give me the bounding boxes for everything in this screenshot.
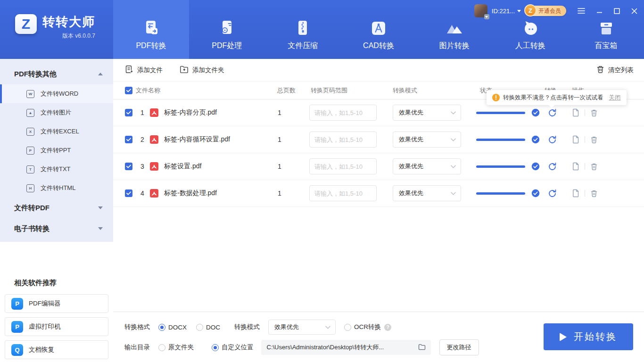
- sidebar-sections: PDF转换其他 W 文件转WORD ▲ 文件转图片 X 文件转EXCEL P 文…: [0, 59, 113, 242]
- folder-icon: [418, 344, 426, 352]
- sidebar-item-to-txt[interactable]: T 文件转TXT: [0, 160, 113, 179]
- row-checkbox[interactable]: [125, 109, 132, 116]
- vip-upgrade-badge[interactable]: Z 开通会员: [526, 6, 566, 16]
- page-range-input[interactable]: [309, 158, 377, 174]
- help-icon[interactable]: [384, 324, 391, 331]
- delete-icon[interactable]: [590, 136, 598, 144]
- col-convert-mode: 转换模式: [393, 86, 476, 95]
- convert-mode-select[interactable]: 效果优先: [393, 105, 461, 121]
- recommend-pdf-editor[interactable]: P PDF编辑器: [5, 294, 108, 313]
- mode-label: 转换模式: [234, 323, 260, 331]
- menu-icon[interactable]: [578, 8, 585, 14]
- delete-icon[interactable]: [590, 189, 598, 197]
- nav-tab-label: 人工转换: [515, 41, 545, 51]
- file-name: 标签-数据处理.pdf: [164, 189, 276, 197]
- page-count: 1: [276, 189, 309, 197]
- maximize-icon[interactable]: [614, 8, 620, 14]
- user-dropdown-caret-icon[interactable]: [517, 10, 521, 14]
- close-icon[interactable]: [631, 8, 637, 14]
- sidebar-section-ebook-convert[interactable]: 电子书转换: [0, 218, 113, 239]
- add-file-button[interactable]: 添加文件: [125, 65, 163, 75]
- image-convert-icon: [444, 18, 465, 39]
- add-folder-button[interactable]: 添加文件夹: [180, 66, 224, 75]
- open-file-icon[interactable]: [572, 162, 579, 171]
- sidebar-item-to-excel[interactable]: X 文件转EXCEL: [0, 122, 113, 141]
- sidebar-section-file-to-pdf[interactable]: 文件转PDF: [0, 197, 113, 218]
- delete-icon[interactable]: [590, 163, 598, 171]
- user-id[interactable]: ID:221...: [492, 8, 515, 15]
- excel-doc-icon: X: [26, 128, 34, 136]
- tooltip-close-link[interactable]: 关闭: [609, 94, 621, 102]
- open-file-icon[interactable]: [572, 189, 579, 197]
- page-range-input[interactable]: [309, 185, 377, 201]
- retry-refresh-icon[interactable]: [548, 189, 557, 198]
- sidebar-item-to-word[interactable]: W 文件转WORD: [0, 84, 113, 103]
- delete-icon[interactable]: [590, 109, 598, 117]
- radio-label: 原文件夹: [168, 343, 194, 352]
- format-radio-doc[interactable]: DOC: [196, 324, 220, 331]
- select-all-checkbox[interactable]: [125, 87, 132, 94]
- clear-list-button[interactable]: 清空列表: [596, 65, 634, 75]
- recommend-virtual-printer[interactable]: P 虚拟打印机: [5, 317, 108, 336]
- bottom-mode-select[interactable]: 效果优先: [268, 320, 336, 335]
- html-doc-icon: H: [26, 184, 34, 192]
- app-logo: Z 转转大师 版本 v6.0.0.7: [0, 0, 113, 59]
- row-checkbox[interactable]: [125, 189, 132, 197]
- trash-icon: [596, 65, 604, 75]
- sidebar-item-label: 文件转EXCEL: [41, 127, 79, 136]
- play-icon: [560, 333, 567, 341]
- sidebar-item-to-image[interactable]: ▲ 文件转图片: [0, 103, 113, 122]
- recommend-label: 虚拟打印机: [29, 322, 61, 331]
- sidebar-item-label: 文件转图片: [41, 108, 71, 117]
- titlebar: Z 转转大师 版本 v6.0.0.7 PDF转换 PDF处理: [0, 0, 644, 59]
- nav-tab-pdf-process[interactable]: PDF处理: [189, 0, 265, 59]
- sidebar-item-to-html[interactable]: H 文件转HTML: [0, 179, 113, 197]
- vip-label: 开通会员: [538, 7, 561, 15]
- nav-tab-file-compress[interactable]: 文件压缩: [265, 0, 341, 59]
- toolbox-icon: [596, 18, 617, 39]
- convert-mode-select[interactable]: 效果优先: [393, 158, 461, 174]
- coin-icon: Z: [524, 4, 537, 16]
- radio-icon: [344, 324, 351, 331]
- radio-icon: [158, 324, 165, 331]
- change-path-button[interactable]: 更改路径: [439, 339, 479, 355]
- page-range-input[interactable]: [309, 132, 377, 148]
- add-folder-label: 添加文件夹: [192, 66, 224, 74]
- nav-tab-cad-convert[interactable]: CAD转换: [341, 0, 417, 59]
- output-path-field[interactable]: C:\Users\Administrator\Desktop\转转大师...: [261, 340, 431, 355]
- sidebar-section-pdf-convert-other[interactable]: PDF转换其他: [0, 64, 113, 84]
- avatar[interactable]: [474, 4, 487, 17]
- retry-refresh-icon[interactable]: [548, 162, 557, 171]
- cad-icon: [368, 18, 389, 39]
- recommend-doc-recovery[interactable]: Q 文档恢复: [5, 340, 108, 359]
- pdf-editor-icon: P: [11, 298, 23, 310]
- output-radio-source-folder[interactable]: 原文件夹: [158, 343, 194, 352]
- chevron-down-icon: [451, 138, 456, 141]
- page-range-input[interactable]: [309, 105, 377, 121]
- word-doc-icon: W: [26, 90, 34, 98]
- output-radio-custom[interactable]: 自定义位置: [212, 343, 254, 352]
- table-row: 2 标签-内容循环设置.pdf 1 效果优先: [113, 126, 644, 153]
- file-name: 标签-内容分页.pdf: [164, 108, 276, 117]
- start-convert-button[interactable]: 开始转换: [544, 323, 633, 350]
- output-row: 输出目录 原文件夹 自定义位置 C:\Users\Administrator\D…: [124, 340, 479, 355]
- chevron-down-icon: [451, 165, 456, 168]
- row-checkbox[interactable]: [125, 163, 132, 170]
- row-checkbox[interactable]: [125, 136, 132, 143]
- convert-mode-select[interactable]: 效果优先: [393, 132, 461, 148]
- nav-tab-pdf-convert[interactable]: PDF转换: [113, 0, 189, 59]
- main-content: 添加文件 添加文件夹 清空列表 文件名称 总页数 转换页码范围 转换模式 状态 …: [113, 59, 644, 362]
- sidebar-item-to-ppt[interactable]: P 文件转PPT: [0, 141, 113, 160]
- chat-icon: [520, 18, 541, 39]
- file-toolbar: 添加文件 添加文件夹 清空列表: [113, 59, 644, 82]
- minimize-icon[interactable]: [596, 8, 603, 14]
- logo-icon: Z: [15, 14, 37, 34]
- virtual-printer-icon: P: [11, 321, 23, 333]
- page-count: 1: [276, 136, 309, 143]
- retry-refresh-icon[interactable]: [548, 135, 557, 144]
- open-file-icon[interactable]: [572, 135, 579, 144]
- format-radio-docx[interactable]: DOCX: [158, 324, 187, 331]
- convert-mode-select[interactable]: 效果优先: [393, 185, 461, 201]
- open-file-icon[interactable]: [572, 108, 579, 117]
- ocr-radio[interactable]: OCR转换: [344, 323, 381, 331]
